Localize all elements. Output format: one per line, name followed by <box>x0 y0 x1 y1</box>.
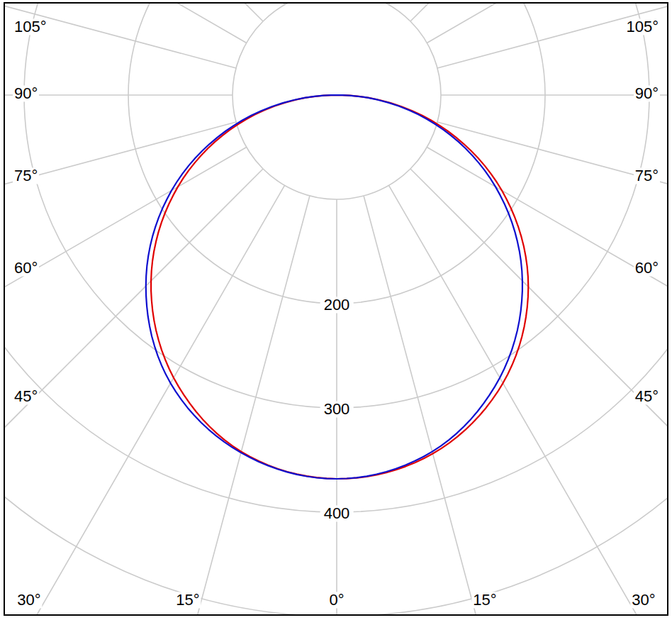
angle-label-left: 75° <box>13 167 39 184</box>
angle-label-left: 105° <box>13 18 48 35</box>
angle-label-bottom: 15° <box>471 592 498 608</box>
angle-label-right: 60° <box>634 260 660 276</box>
radius-tick-label: 300 <box>320 401 354 417</box>
angle-label-bottom: 30° <box>16 592 42 608</box>
angle-label-left: 90° <box>13 85 39 101</box>
axis-labels-layer: 105°90°75°60°45°105°90°75°60°45°30°15°0°… <box>0 0 672 620</box>
angle-label-bottom: 30° <box>630 592 656 608</box>
angle-label-left: 45° <box>13 388 39 404</box>
angle-label-right: 75° <box>634 167 660 184</box>
angle-label-right: 45° <box>634 388 660 404</box>
angle-label-right: 105° <box>625 18 660 35</box>
angle-label-left: 60° <box>13 260 39 276</box>
angle-label-bottom: 15° <box>174 592 201 608</box>
angle-label-bottom: 0° <box>327 592 345 608</box>
radius-tick-label: 400 <box>320 505 354 521</box>
photometric-polar-chart: 105°90°75°60°45°105°90°75°60°45°30°15°0°… <box>0 0 672 620</box>
angle-label-right: 90° <box>634 85 660 101</box>
radius-tick-label: 200 <box>320 297 354 313</box>
